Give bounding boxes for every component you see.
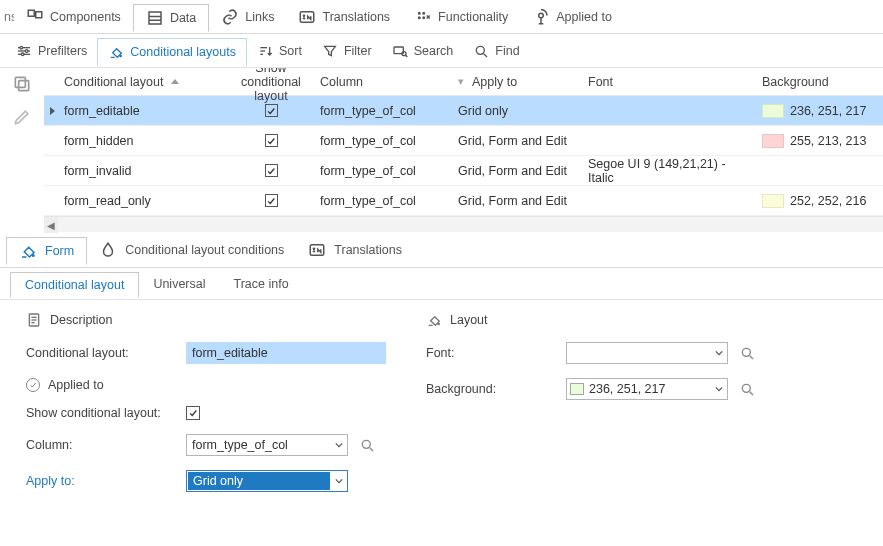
chevron-down-icon: [711, 343, 727, 363]
combo-background[interactable]: 236, 251, 217: [566, 378, 728, 400]
sliders-icon: [16, 43, 32, 59]
lookup-font-button[interactable]: [736, 342, 758, 364]
tab-data[interactable]: Data: [133, 4, 209, 32]
label-show: Show conditional layout:: [26, 406, 186, 420]
tab-label: Links: [245, 10, 274, 24]
label-apply-to[interactable]: Apply to:: [26, 474, 186, 488]
checkbox-show[interactable]: [265, 134, 278, 147]
table-row[interactable]: form_read_onlyform_type_of_colGrid, Form…: [44, 186, 883, 216]
cut-label: ns: [4, 10, 14, 24]
tool-filter[interactable]: Filter: [312, 37, 382, 65]
applied-icon: [26, 378, 40, 392]
col-header-name[interactable]: Conditional layout: [58, 75, 228, 89]
checkbox-show[interactable]: [265, 104, 278, 117]
tab-label: Data: [170, 11, 196, 25]
checkbox-show[interactable]: [186, 406, 200, 420]
tool-find[interactable]: Find: [463, 37, 529, 65]
svg-point-37: [742, 348, 750, 356]
svg-rect-27: [15, 77, 25, 87]
table-row[interactable]: form_hiddenform_type_of_colGrid, Form an…: [44, 126, 883, 156]
tab-applied-to[interactable]: Applied to: [520, 3, 624, 31]
svg-point-8: [419, 17, 421, 19]
svg-point-24: [477, 46, 485, 54]
form-sub-tabs: Conditional layout Universal Trace info: [0, 268, 883, 300]
tab-label: Components: [50, 10, 121, 24]
table-row[interactable]: form_invalidform_type_of_colGrid, Form a…: [44, 156, 883, 186]
tab-label: Translations: [334, 243, 402, 257]
paint-bucket-icon: [426, 312, 442, 328]
cell-name: form_read_only: [58, 194, 228, 208]
edit-icon[interactable]: [12, 107, 32, 130]
svg-rect-1: [36, 11, 42, 17]
label-background: Background:: [426, 382, 566, 396]
tab-functionality[interactable]: Functionality: [402, 3, 520, 31]
description-icon: [26, 312, 42, 328]
cell-name: form_hidden: [58, 134, 228, 148]
tab-translations[interactable]: Translations: [296, 236, 414, 264]
combo-apply-to[interactable]: Grid only: [186, 470, 348, 492]
subtab-universal[interactable]: Universal: [139, 271, 219, 297]
grid-hscroll[interactable]: ◀: [44, 216, 883, 232]
tool-search[interactable]: Search: [382, 37, 464, 65]
sort-asc-icon: [171, 79, 179, 84]
cell-font: Segoe UI 9 (149,21,21) - Italic: [582, 157, 756, 185]
copy-icon[interactable]: [12, 74, 32, 97]
cell-apply: Grid, Form and Edit: [452, 134, 582, 148]
tab-translations[interactable]: Translations: [286, 3, 402, 31]
tool-conditional-layouts[interactable]: Conditional layouts: [97, 38, 247, 66]
filter-toolbar: Prefilters Conditional layouts Sort Filt…: [0, 34, 883, 68]
row-caret-icon: [50, 107, 55, 115]
tab-form[interactable]: Form: [6, 237, 87, 265]
data-icon: [146, 9, 164, 27]
col-header-show[interactable]: Show conditional layout: [228, 68, 314, 103]
subtab-conditional-layout[interactable]: Conditional layout: [10, 272, 139, 298]
svg-point-17: [120, 54, 123, 57]
cell-column: form_type_of_col: [314, 164, 452, 178]
top-tabs: ns Components Data Links Translations: [0, 0, 883, 34]
funnel-icon: [322, 43, 338, 59]
translations-icon: [298, 8, 316, 26]
cell-column: form_type_of_col: [314, 194, 452, 208]
chevron-down-icon: [331, 471, 347, 491]
grid-body: form_editableform_type_of_colGrid only23…: [44, 96, 883, 216]
filter-glyph-icon: ▾: [458, 75, 464, 88]
cell-name: form_invalid: [58, 164, 228, 178]
section-description: Description: [26, 312, 396, 328]
cell-bg: 255, 213, 213: [756, 134, 876, 148]
tool-label: Sort: [279, 44, 302, 58]
combo-font[interactable]: [566, 342, 728, 364]
tab-links[interactable]: Links: [209, 3, 286, 31]
combo-column[interactable]: form_type_of_col: [186, 434, 348, 456]
cell-bg: 252, 252, 216: [756, 194, 876, 208]
svg-point-36: [437, 323, 440, 326]
col-header-column[interactable]: Column: [314, 75, 452, 89]
tool-label: Search: [414, 44, 454, 58]
bg-swatch: [570, 383, 584, 395]
color-swatch: [762, 194, 784, 208]
label-conditional-layout: Conditional layout:: [26, 346, 186, 360]
tool-prefilters[interactable]: Prefilters: [6, 37, 97, 65]
lookup-background-button[interactable]: [736, 378, 758, 400]
tab-label: Functionality: [438, 10, 508, 24]
tool-sort[interactable]: Sort: [247, 37, 312, 65]
lookup-column-button[interactable]: [356, 434, 378, 456]
col-header-font[interactable]: Font: [582, 75, 756, 89]
col-header-apply[interactable]: ▾ Apply to: [452, 75, 582, 89]
paint-bucket-icon: [108, 44, 124, 60]
label-column: Column:: [26, 438, 186, 452]
tool-label: Conditional layouts: [130, 45, 236, 59]
subtab-trace[interactable]: Trace info: [219, 271, 302, 297]
checkbox-show[interactable]: [265, 194, 278, 207]
checkbox-show[interactable]: [265, 164, 278, 177]
cell-bg: 236, 251, 217: [756, 104, 876, 118]
col-header-bg[interactable]: Background: [756, 75, 876, 89]
scroll-left-icon[interactable]: ◀: [44, 217, 58, 233]
combo-value: Grid only: [188, 472, 330, 490]
svg-point-10: [539, 13, 544, 18]
tab-components[interactable]: Components: [14, 3, 133, 31]
table-row[interactable]: form_editableform_type_of_colGrid only23…: [44, 96, 883, 126]
grid-side-toolbar: [0, 68, 44, 216]
svg-line-23: [405, 55, 407, 57]
applied-to-icon: [532, 8, 550, 26]
tab-conditions[interactable]: Conditional layout conditions: [87, 236, 296, 264]
